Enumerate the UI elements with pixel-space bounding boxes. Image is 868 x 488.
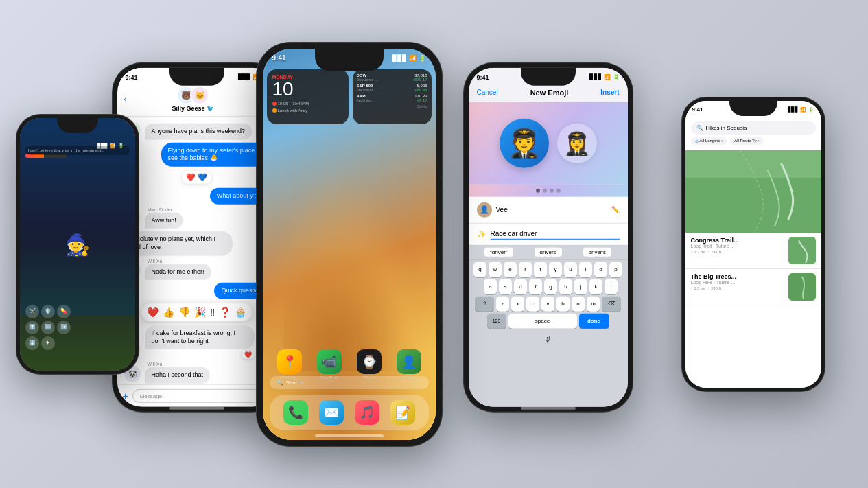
- reaction-question[interactable]: ❓: [219, 307, 231, 318]
- key-c[interactable]: c: [526, 296, 539, 311]
- reaction-thumbsdown[interactable]: 👎: [178, 307, 190, 318]
- back-button[interactable]: ‹: [124, 94, 127, 102]
- maps-search-bar[interactable]: 🔍 Hikes in Sequoia: [691, 121, 816, 135]
- key-h[interactable]: h: [559, 279, 572, 294]
- reaction-party[interactable]: 🎉: [194, 307, 206, 318]
- done-key[interactable]: done: [579, 313, 609, 328]
- key-n[interactable]: n: [572, 296, 585, 311]
- maps-result-1[interactable]: Congress Trail... Loop Trail · Tulare ..…: [685, 233, 821, 269]
- app-find-my[interactable]: 📍 Find My: [277, 349, 302, 380]
- phone-home: 9:41 ▊▊▊ 📶 🔋 MONDAY 10: [256, 42, 443, 447]
- key-d[interactable]: d: [514, 279, 527, 294]
- stock-row: S&P 500 Standard &... 5,036 +80.48: [357, 84, 427, 92]
- microphone-icon[interactable]: 🎙: [543, 334, 553, 345]
- dot-4[interactable]: [556, 188, 561, 192]
- map-thumbnail: [685, 150, 821, 233]
- key-a[interactable]: a: [484, 279, 497, 294]
- key-q[interactable]: q: [473, 262, 486, 277]
- sparkle-icon: ✨: [477, 230, 486, 239]
- phone-game: ▊▊▊ 📶 🔋 I can't believe that was in the …: [16, 114, 139, 375]
- phone-notch: [169, 67, 224, 85]
- key-o[interactable]: o: [594, 262, 607, 277]
- key-t[interactable]: t: [534, 262, 547, 277]
- emoji-dialog-title: New Emoji: [530, 88, 569, 96]
- dock-music[interactable]: 🎵: [355, 400, 379, 425]
- key-v[interactable]: v: [541, 296, 554, 311]
- key-x[interactable]: x: [511, 296, 524, 311]
- key-g[interactable]: g: [544, 279, 557, 294]
- home-screen-container: 9:41 ▊▊▊ 📶 🔋 MONDAY 10: [263, 49, 436, 440]
- stock-row: DOW Dow Jones I... 37,816 +570.17: [357, 73, 427, 82]
- sender-name: Marc Drider: [145, 207, 183, 211]
- group-name: Silly Geese 🐦: [172, 104, 215, 111]
- key-w[interactable]: w: [489, 262, 502, 277]
- key-u[interactable]: u: [564, 262, 577, 277]
- key-i[interactable]: i: [579, 262, 592, 277]
- key-y[interactable]: y: [549, 262, 562, 277]
- filter-route-type[interactable]: All Route Ty ▾: [730, 137, 764, 145]
- message-row: 🐼 Will Xu Haha I second that: [123, 362, 271, 384]
- dot-3[interactable]: [550, 188, 554, 192]
- suggestion-2[interactable]: drivers: [535, 247, 562, 256]
- person-name: Vee: [496, 206, 607, 213]
- search-label[interactable]: Search: [286, 380, 303, 386]
- message-bubble: Aww fun!: [145, 212, 183, 229]
- dock-notes[interactable]: 📝: [390, 400, 415, 425]
- key-r[interactable]: r: [519, 262, 532, 277]
- dot-2[interactable]: [543, 188, 547, 192]
- key-p[interactable]: p: [609, 262, 622, 277]
- edit-icon[interactable]: ✏️: [611, 206, 620, 213]
- reaction-cake[interactable]: 🧁: [235, 307, 246, 318]
- attachment-button[interactable]: +: [123, 390, 128, 401]
- message-bubble: Flying down to my sister's place to see …: [161, 142, 271, 166]
- game-screen: ▊▊▊ 📶 🔋 I can't believe that was in the …: [20, 118, 135, 371]
- key-b[interactable]: b: [556, 296, 570, 311]
- delete-key[interactable]: ⌫: [602, 296, 621, 311]
- reaction-heart[interactable]: ❤️: [147, 307, 159, 318]
- maps-result-2[interactable]: The Big Trees... Loop Hike · Tulare ... …: [685, 269, 821, 305]
- stocks-widget[interactable]: DOW Dow Jones I... 37,816 +570.17: [353, 69, 432, 124]
- key-z[interactable]: z: [496, 296, 509, 311]
- svg-rect-2: [788, 237, 816, 264]
- calendar-widget[interactable]: MONDAY 10 10:05 – 10:45AM Lunch with And…: [267, 69, 349, 124]
- insert-button[interactable]: Insert: [600, 89, 619, 96]
- app-contacts[interactable]: 👤 Contacts: [397, 349, 421, 380]
- reaction-thumbsup[interactable]: 👍: [163, 307, 174, 318]
- status-time: 9:41: [126, 73, 138, 80]
- message-bubble: If cake for breakfast is wrong, I don't …: [145, 325, 255, 349]
- shift-key[interactable]: ⇧: [475, 296, 494, 311]
- dock-mail[interactable]: ✉️: [319, 400, 344, 425]
- filter-all-lengths[interactable]: ⊙ All Lengths ▾: [691, 137, 728, 145]
- phones-container: ▊▊▊ 📶 🔋 I can't believe that was in the …: [23, 18, 846, 471]
- key-l[interactable]: l: [605, 279, 618, 294]
- dock-phone[interactable]: 📞: [283, 400, 308, 425]
- status-time: 9:41: [477, 73, 489, 80]
- key-f[interactable]: f: [529, 279, 542, 294]
- svg-rect-1: [685, 178, 821, 233]
- key-j[interactable]: j: [574, 279, 587, 294]
- suggestion-3[interactable]: driver's: [583, 247, 612, 256]
- phone-notch: [521, 67, 576, 85]
- app-facetime[interactable]: 📹 FaceTime: [317, 349, 342, 380]
- key-m[interactable]: m: [587, 296, 600, 311]
- key-s[interactable]: s: [499, 279, 512, 294]
- message-input[interactable]: Message: [132, 388, 260, 402]
- message-row: 🐼 Will Xu Nada for me either!: [123, 258, 271, 280]
- search-icon: 🔍: [696, 125, 703, 131]
- dot-1[interactable]: [536, 188, 540, 192]
- app-watch[interactable]: ⌚ Watch: [357, 349, 382, 380]
- search-icon: 🔍: [277, 380, 283, 386]
- home-indicator: [315, 434, 384, 437]
- num-key[interactable]: 123: [487, 313, 506, 328]
- cancel-button[interactable]: Cancel: [477, 89, 498, 96]
- key-k[interactable]: k: [589, 279, 602, 294]
- phone-maps: 9:41 ▊▊▊ 📶 🔋 🔍 Hikes in Sequoia: [681, 97, 825, 392]
- space-key[interactable]: space: [508, 313, 577, 328]
- home-indicator: [169, 406, 224, 409]
- person-avatar: 👤: [477, 202, 492, 217]
- reaction-exclaim[interactable]: ‼️: [210, 307, 215, 318]
- message-row: Absolutely no plans yet, which I kind of…: [123, 231, 271, 255]
- key-e[interactable]: e: [504, 262, 517, 277]
- message-bubble: Nada for me either!: [145, 264, 211, 280]
- suggestion-1[interactable]: "driver": [484, 247, 513, 256]
